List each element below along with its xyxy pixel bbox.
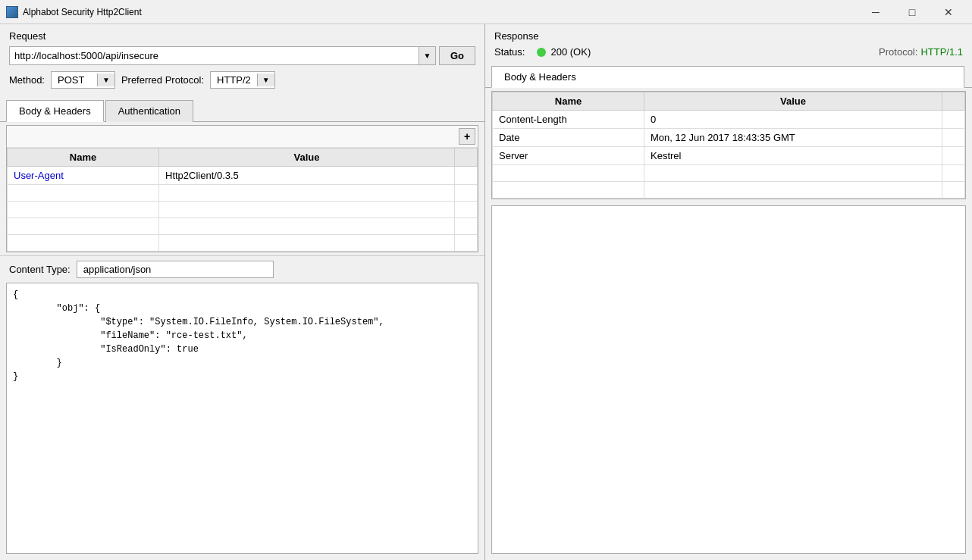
response-row-value-0: 0	[644, 111, 942, 129]
response-protocol-label: Protocol:	[879, 46, 917, 58]
right-panel: Response Status: 200 (OK) Protocol: HTTP…	[485, 24, 972, 560]
url-input-wrap: ▼	[9, 46, 436, 65]
response-label: Response	[494, 30, 963, 42]
response-table-area: Name Value Content-Length0DateMon, 12 Ju…	[491, 91, 966, 199]
response-row-action-4	[942, 182, 965, 199]
headers-table: Name Value User-AgentHttp2Client/0.3.5	[7, 148, 478, 252]
protocol-area: Protocol: HTTP/1.1	[879, 46, 963, 58]
headers-area: + Name Value User-AgentHttp2Client/0.3.5	[6, 125, 478, 252]
content-type-area: Content Type:	[0, 255, 484, 283]
protocol-dropdown-icon[interactable]: ▼	[257, 74, 274, 86]
header-row-action-4	[455, 235, 478, 252]
app-icon	[6, 6, 18, 18]
header-row-name-1[interactable]	[8, 185, 159, 202]
response-row-action-1	[942, 129, 965, 147]
status-indicator: 200 (OK)	[537, 46, 591, 58]
header-row-action-0	[455, 167, 478, 185]
response-row-action-2	[942, 147, 965, 165]
response-row-name-1: Date	[493, 129, 644, 147]
method-value: POST	[52, 72, 97, 88]
response-row-value-1: Mon, 12 Jun 2017 18:43:35 GMT	[644, 129, 942, 147]
content-type-input[interactable]	[77, 261, 274, 278]
protocol-value: HTTP/2	[211, 72, 257, 88]
response-protocol-value: HTTP/1.1	[920, 46, 963, 58]
response-status-row: Status: 200 (OK) Protocol: HTTP/1.1	[494, 46, 963, 58]
titlebar: Alphabot Security Http2Client ─ □ ✕	[0, 0, 972, 24]
titlebar-title: Alphabot Security Http2Client	[23, 7, 858, 17]
header-row-name-2[interactable]	[8, 202, 159, 218]
method-label: Method:	[9, 74, 45, 86]
header-row-action-1	[455, 185, 478, 202]
request-section: Request ▼ Go Method: POST ▼ Preferred Pr…	[0, 24, 484, 99]
header-row-name-4[interactable]	[8, 235, 159, 252]
header-row-value-3[interactable]	[159, 218, 455, 235]
header-row-action-3	[455, 218, 478, 235]
response-row-value-4	[644, 182, 942, 199]
header-row-name-0[interactable]: User-Agent	[8, 167, 159, 185]
response-row-name-2: Server	[493, 147, 644, 165]
go-button[interactable]: Go	[439, 46, 475, 65]
headers-col-action	[455, 149, 478, 167]
minimize-button[interactable]: ─	[858, 0, 893, 24]
response-section: Response Status: 200 (OK) Protocol: HTTP…	[485, 24, 972, 62]
header-row-value-2[interactable]	[159, 202, 455, 218]
response-body-area	[491, 205, 966, 554]
left-panel: Request ▼ Go Method: POST ▼ Preferred Pr…	[0, 24, 485, 560]
tab-authentication[interactable]: Authentication	[105, 100, 193, 122]
response-row-name-3	[493, 165, 644, 182]
add-header-button[interactable]: +	[459, 128, 475, 145]
response-row-value-3	[644, 165, 942, 182]
request-label: Request	[9, 30, 475, 42]
body-area[interactable]: { "obj": { "$type": "System.IO.FileInfo,…	[6, 283, 478, 554]
body-text[interactable]: { "obj": { "$type": "System.IO.FileInfo,…	[7, 283, 478, 388]
protocol-select[interactable]: HTTP/2 ▼	[210, 71, 275, 89]
status-label: Status:	[494, 46, 525, 58]
response-col-action	[942, 92, 965, 111]
response-row-action-0	[942, 111, 965, 129]
headers-col-name: Name	[8, 149, 159, 167]
request-tabs: Body & Headers Authentication	[0, 99, 484, 122]
response-table: Name Value Content-Length0DateMon, 12 Ju…	[492, 92, 965, 199]
method-select[interactable]: POST ▼	[51, 71, 115, 89]
url-row: ▼ Go	[9, 46, 475, 65]
header-row-action-2	[455, 202, 478, 218]
method-row: Method: POST ▼ Preferred Protocol: HTTP/…	[9, 71, 475, 89]
response-row-name-0: Content-Length	[493, 111, 644, 129]
content-type-label: Content Type:	[9, 264, 71, 275]
protocol-label: Preferred Protocol:	[121, 74, 204, 86]
header-row-value-1[interactable]	[159, 185, 455, 202]
response-col-value: Value	[644, 92, 942, 111]
app-body: Request ▼ Go Method: POST ▼ Preferred Pr…	[0, 24, 972, 560]
url-input[interactable]	[10, 47, 419, 64]
status-dot	[537, 48, 546, 57]
tab-body-headers[interactable]: Body & Headers	[6, 100, 104, 122]
header-row-name-3[interactable]	[8, 218, 159, 235]
response-row-action-3	[942, 165, 965, 182]
titlebar-controls: ─ □ ✕	[858, 0, 966, 24]
close-button[interactable]: ✕	[931, 0, 966, 24]
status-code: 200 (OK)	[550, 46, 591, 58]
headers-toolbar: +	[7, 126, 478, 148]
headers-col-value: Value	[159, 149, 455, 167]
method-dropdown-icon[interactable]: ▼	[97, 74, 114, 86]
maximize-button[interactable]: □	[895, 0, 930, 24]
tab-response-body-headers[interactable]: Body & Headers	[491, 66, 964, 88]
header-row-value-4[interactable]	[159, 235, 455, 252]
header-row-value-0[interactable]: Http2Client/0.3.5	[159, 167, 455, 185]
response-col-name: Name	[493, 92, 644, 111]
url-dropdown-button[interactable]: ▼	[419, 47, 435, 64]
response-row-name-4	[493, 182, 644, 199]
response-tabs: Body & Headers	[485, 65, 972, 88]
response-row-value-2: Kestrel	[644, 147, 942, 165]
